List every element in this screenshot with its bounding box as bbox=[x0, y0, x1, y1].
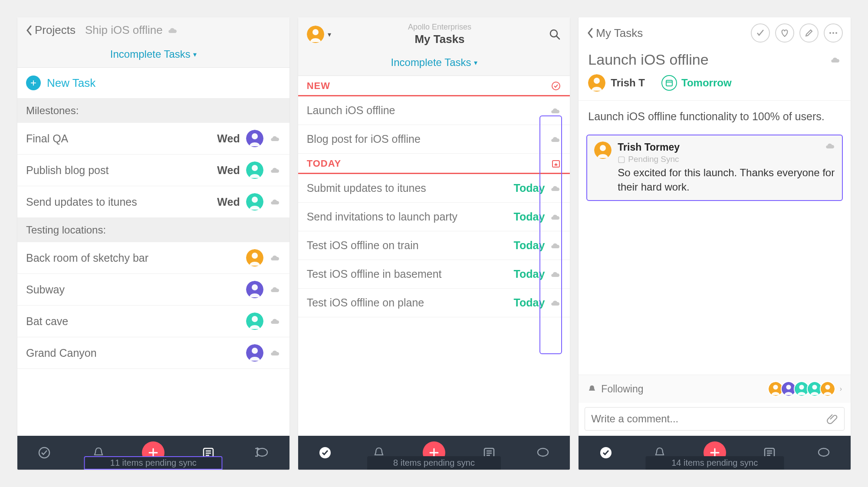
task-name: Submit updates to itunes bbox=[307, 182, 514, 194]
task-name: Back room of sketchy bar bbox=[26, 252, 246, 264]
svg-point-32 bbox=[829, 32, 831, 34]
cloud-sync-icon bbox=[270, 317, 281, 326]
nav-mytasks-icon[interactable] bbox=[34, 442, 55, 463]
task-row[interactable]: Send invitations to launch partyToday bbox=[298, 203, 570, 231]
nav-conversations-icon[interactable] bbox=[533, 442, 553, 463]
task-row[interactable]: Subway bbox=[17, 274, 289, 306]
svg-line-23 bbox=[556, 36, 559, 39]
task-due: Wed bbox=[217, 196, 240, 208]
svg-point-5 bbox=[252, 197, 258, 203]
new-task-button[interactable]: + New Task bbox=[17, 68, 289, 99]
pending-comment: Trish Tormey ▢ Pending Sync So excited f… bbox=[586, 135, 843, 201]
section-header[interactable]: Testing locations: bbox=[17, 218, 289, 242]
comment-input[interactable] bbox=[591, 413, 827, 425]
svg-point-13 bbox=[252, 348, 258, 354]
task-group-header[interactable]: TODAY bbox=[298, 154, 570, 174]
back-to-projects[interactable]: Projects bbox=[25, 23, 76, 37]
attachment-icon[interactable] bbox=[827, 413, 838, 424]
nav-mytasks-icon[interactable] bbox=[595, 442, 616, 463]
chevron-down-icon: ▾ bbox=[328, 30, 331, 39]
task-name: Test iOS offline in basement bbox=[307, 268, 514, 280]
following-label: Following bbox=[601, 383, 643, 395]
task-due: Today bbox=[514, 211, 545, 223]
task-due: Today bbox=[514, 182, 545, 194]
task-name: Blog post for iOS offline bbox=[307, 133, 550, 145]
sync-status-bar[interactable]: 14 items pending sync bbox=[645, 456, 784, 470]
nav-conversations-icon[interactable] bbox=[813, 442, 834, 463]
comment-input-wrapper bbox=[585, 407, 845, 431]
section-header[interactable]: Milestones: bbox=[17, 99, 289, 123]
svg-point-44 bbox=[786, 385, 791, 389]
task-row[interactable]: Test iOS offline on planeToday bbox=[298, 289, 570, 317]
task-name: Send invitations to launch party bbox=[307, 211, 514, 223]
task-list: + New Task Milestones: Final QAWedPublis… bbox=[17, 68, 289, 436]
more-actions-button[interactable] bbox=[824, 23, 843, 43]
due-label: Tomorrow bbox=[681, 77, 732, 89]
svg-point-1 bbox=[252, 133, 258, 139]
task-name: Publish blog post bbox=[26, 164, 217, 177]
task-name: Send updates to itunes bbox=[26, 196, 217, 208]
svg-point-9 bbox=[252, 284, 258, 290]
project-tasks-panel: Projects Ship iOS offline Incomplete Tas… bbox=[17, 17, 289, 470]
workspace-switcher[interactable]: ▾ bbox=[307, 26, 331, 43]
svg-point-50 bbox=[825, 385, 830, 389]
chevron-left-icon bbox=[586, 27, 594, 39]
svg-point-31 bbox=[538, 448, 548, 456]
task-name: Bat cave bbox=[26, 315, 246, 328]
assignee-chip[interactable]: Trish T bbox=[588, 74, 645, 92]
device-icon: ▢ bbox=[618, 154, 625, 164]
sync-status-bar[interactable]: 8 items pending sync bbox=[367, 456, 501, 470]
nav-conversations-icon[interactable] bbox=[252, 442, 273, 463]
group-label: TODAY bbox=[307, 158, 342, 169]
task-row[interactable]: Back room of sketchy bar bbox=[17, 242, 289, 274]
complete-task-button[interactable] bbox=[751, 23, 770, 43]
task-row[interactable]: Send updates to itunesWed bbox=[17, 186, 289, 218]
task-row[interactable]: Bat cave bbox=[17, 306, 289, 337]
edit-task-button[interactable] bbox=[799, 23, 819, 43]
task-row[interactable]: Blog post for iOS offline bbox=[298, 125, 570, 154]
sync-status-bar[interactable]: 11 items pending sync bbox=[84, 456, 223, 470]
panel3-header: My Tasks bbox=[579, 17, 851, 49]
task-group-header[interactable]: NEW bbox=[298, 76, 570, 96]
svg-rect-37 bbox=[666, 80, 672, 86]
task-due: Wed bbox=[217, 132, 240, 145]
back-to-mytasks[interactable]: My Tasks bbox=[586, 26, 643, 40]
assignee-avatar bbox=[246, 281, 263, 298]
chevron-left-icon bbox=[25, 24, 33, 36]
task-row[interactable]: Launch iOS offline bbox=[298, 96, 570, 125]
svg-point-40 bbox=[600, 145, 606, 151]
task-row[interactable]: Final QAWed bbox=[17, 123, 289, 155]
followers-bar[interactable]: Following › bbox=[579, 375, 851, 403]
task-filter-dropdown[interactable]: Incomplete Tasks ▾ bbox=[298, 51, 570, 76]
filter-label: Incomplete Tasks bbox=[391, 56, 471, 69]
task-row[interactable]: Test iOS offline on trainToday bbox=[298, 231, 570, 260]
task-due: Today bbox=[514, 268, 545, 280]
svg-point-36 bbox=[594, 78, 600, 84]
due-date-chip[interactable]: Tomorrow bbox=[661, 75, 732, 91]
back-label: Projects bbox=[35, 23, 76, 37]
new-task-label: New Task bbox=[47, 76, 95, 90]
task-row[interactable]: Test iOS offline in basementToday bbox=[298, 260, 570, 289]
search-button[interactable] bbox=[548, 28, 561, 41]
cloud-sync-icon bbox=[550, 241, 561, 250]
task-row[interactable]: Publish blog postWed bbox=[17, 155, 289, 186]
cloud-sync-icon bbox=[550, 270, 561, 279]
task-detail-panel: My Tasks Launch iOS offline Trish T Tomo… bbox=[579, 17, 851, 470]
follower-avatars bbox=[770, 381, 835, 397]
task-filter-dropdown[interactable]: Incomplete Tasks ▾ bbox=[17, 43, 289, 67]
task-title-row: Launch iOS offline bbox=[579, 49, 851, 74]
bottom-nav: 11 items pending sync bbox=[17, 436, 289, 470]
svg-point-48 bbox=[812, 385, 817, 389]
panel2-header: ▾ Apollo Enterprises My Tasks Incomplete… bbox=[298, 17, 570, 76]
task-row[interactable]: Grand Canyon bbox=[17, 337, 289, 369]
task-due: Today bbox=[514, 239, 545, 252]
nav-mytasks-icon[interactable] bbox=[315, 442, 335, 463]
org-name: Apollo Enterprises bbox=[331, 23, 549, 32]
like-task-button[interactable] bbox=[775, 23, 794, 43]
task-name: Test iOS offline on plane bbox=[307, 296, 514, 309]
task-name: Test iOS offline on train bbox=[307, 239, 514, 252]
assignee-avatar bbox=[246, 249, 263, 267]
calendar-icon bbox=[661, 75, 677, 91]
assignee-avatar bbox=[246, 193, 263, 211]
task-row[interactable]: Submit updates to itunesToday bbox=[298, 174, 570, 203]
